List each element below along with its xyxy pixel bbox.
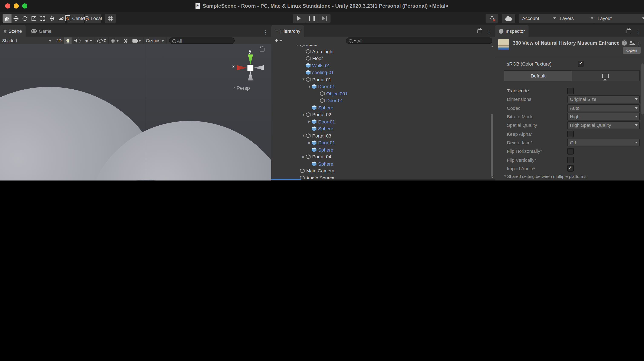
hierarchy-item[interactable]: Sphere [271,160,495,167]
hierarchy-item[interactable]: Portal-01 [271,76,495,83]
shading-mode-dropdown[interactable]: Shaded [0,37,54,44]
layers-dropdown[interactable]: Layers [556,14,597,23]
orientation-gizmo[interactable]: y x [234,49,268,88]
hierarchy-item[interactable]: Portal-04 [271,153,495,160]
hierarchy-item[interactable]: Door-01 [271,139,495,146]
2d-toggle-button[interactable]: 2D [54,37,64,44]
gizmo-lock-icon[interactable] [260,48,264,51]
hierarchy-item[interactable]: Audio Source [271,174,495,179]
hierarchy-item[interactable]: Sphere [271,104,495,111]
scene-tools-button[interactable] [122,37,130,44]
scrollbar-thumb[interactable] [491,114,493,177]
asset-menu-kebab[interactable] [636,40,642,48]
scene-menu-kebab[interactable] [263,28,268,36]
setting-dropdown[interactable]: Auto [567,104,640,112]
inspector-scrollbar-thumb[interactable] [642,63,644,114]
tab-default-platform[interactable]: Default [504,71,572,81]
scene-camera-dropdown[interactable] [130,37,144,44]
hierarchy-lock-icon[interactable] [478,29,482,33]
hierarchy-menu-kebab[interactable] [486,28,492,36]
inspector-menu-kebab[interactable] [636,28,640,36]
step-button[interactable] [318,14,330,23]
create-object-button[interactable]: + [275,37,278,44]
preset-icon[interactable] [630,41,635,45]
setting-dropdown[interactable]: Original Size [567,96,640,103]
hierarchy-item[interactable]: Sphere [271,125,495,132]
scene-visibility-button[interactable]: 0 [95,37,109,44]
tab-scene[interactable]: Scene [0,25,26,37]
axis-right-cone[interactable] [254,65,264,70]
hierarchy-item[interactable]: Floor [271,55,495,62]
hierarchy-item[interactable]: Portal-03 [271,132,495,139]
hand-tool-button[interactable] [2,14,12,23]
expand-arrow-icon[interactable] [307,120,312,124]
grid-snapping-button[interactable] [105,14,116,23]
hierarchy-item[interactable]: Portal-02 [271,111,495,118]
account-dropdown[interactable]: Account [519,14,559,23]
setting-dropdown[interactable]: Off [567,139,640,146]
hierarchy-item[interactable]: Juset [271,45,495,48]
expand-arrow-icon[interactable] [307,141,312,145]
gizmos-dropdown[interactable]: Gizmos [144,37,167,44]
setting-checkbox[interactable] [567,131,574,137]
setting-checkbox[interactable] [567,87,574,94]
hierarchy-list: JusetArea LightFloorWalls-01seeling-01Po… [271,45,495,179]
hierarchy-item[interactable]: Sphere [271,146,495,153]
perspective-label[interactable]: Persp [234,85,250,91]
setting-dropdown[interactable]: High [567,113,640,120]
axis-down-cone[interactable] [248,71,253,80]
hierarchy-scrollbar[interactable]: ▲ ▼ [490,45,494,179]
play-button[interactable] [292,14,305,23]
setting-checkbox[interactable] [567,165,574,172]
gizmo-center-cube[interactable] [248,65,254,71]
open-button[interactable]: Open [623,47,640,54]
hierarchy-item[interactable]: seeling-01 [271,69,495,76]
hierarchy-item[interactable]: Door-01 [271,97,495,104]
setting-checkbox[interactable] [567,157,574,163]
rotate-tool-button[interactable] [20,14,30,23]
scene-effects-dropdown[interactable] [83,37,95,44]
expand-arrow-icon[interactable] [301,113,306,117]
tab-inspector[interactable]: Inspector [495,25,529,37]
expand-arrow-icon[interactable] [301,155,306,159]
inspector-lock-icon[interactable] [626,29,631,33]
scene-audio-button[interactable] [72,37,83,44]
collab-button[interactable] [486,14,498,23]
move-tool-button[interactable] [12,14,20,23]
expand-arrow-icon[interactable] [301,134,306,138]
create-object-caret[interactable] [280,40,282,42]
pause-button[interactable] [306,14,318,23]
hierarchy-item[interactable]: Door-01 [271,83,495,90]
hierarchy-item[interactable]: Main Camera [271,167,495,174]
expand-arrow-icon[interactable] [301,78,306,81]
scale-tool-button[interactable] [30,14,38,23]
hierarchy-search-input[interactable]: All [346,37,492,44]
hierarchy-item[interactable]: Area Light [271,48,495,55]
scene-grid-dropdown[interactable] [109,37,122,44]
tab-hierarchy[interactable]: Hierarchy [271,25,304,37]
scroll-down-arrow[interactable]: ▼ [490,176,494,179]
scene-lighting-button[interactable] [64,37,72,44]
scene-search-input[interactable]: All [169,37,235,44]
scroll-up-arrow[interactable]: ▲ [490,45,494,48]
cloud-button[interactable] [502,14,515,23]
hierarchy-item[interactable]: Object001 [271,90,495,97]
srgb-checkbox[interactable] [578,61,584,67]
pivot-rotation-button[interactable]: Local [85,14,101,23]
tab-game[interactable]: Game [27,25,55,37]
axis-y-cone[interactable] [248,54,253,65]
layout-dropdown[interactable]: Layout [594,14,644,23]
axis-x-cone[interactable] [237,65,247,70]
expand-arrow-icon[interactable] [295,45,300,46]
scene-viewport[interactable]: y x Persp [0,44,271,180]
transform-tool-button[interactable] [47,14,56,23]
tab-standalone-platform[interactable] [572,71,639,81]
hierarchy-item[interactable]: Walls-01 [271,62,495,69]
help-icon[interactable] [622,40,627,45]
setting-dropdown[interactable]: High Spatial Quality [567,121,640,129]
expand-arrow-icon[interactable] [307,85,312,88]
rect-tool-button[interactable] [38,14,47,23]
setting-checkbox[interactable] [567,148,574,154]
hierarchy-item[interactable]: Door-01 [271,118,495,125]
tab-project[interactable]: Project [271,179,301,180]
